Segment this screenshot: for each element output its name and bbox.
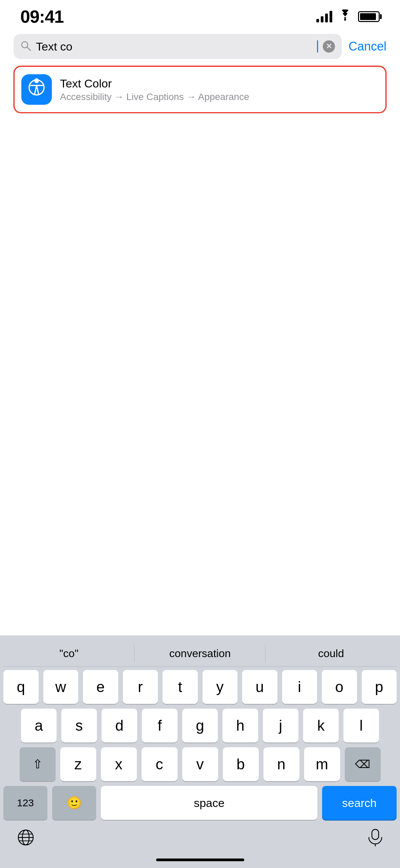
key-a[interactable]: a bbox=[21, 709, 57, 743]
search-input[interactable]: Text co bbox=[36, 40, 312, 53]
svg-point-0 bbox=[344, 19, 346, 21]
result-breadcrumb: Accessibility → Live Captions → Appearan… bbox=[60, 92, 379, 102]
key-c[interactable]: c bbox=[142, 747, 177, 781]
result-title: Text Color bbox=[60, 77, 379, 91]
key-y[interactable]: y bbox=[203, 670, 238, 704]
autocomplete-bar: "co" conversation could bbox=[3, 641, 397, 667]
key-s[interactable]: s bbox=[61, 709, 97, 743]
keyboard-row-3: ⇧ z x c v b n m ⌫ bbox=[3, 747, 397, 781]
key-t[interactable]: t bbox=[163, 670, 198, 704]
space-key[interactable]: space bbox=[101, 786, 317, 820]
key-g[interactable]: g bbox=[182, 709, 218, 743]
key-p[interactable]: p bbox=[362, 670, 397, 704]
main-content bbox=[0, 113, 400, 415]
key-v[interactable]: v bbox=[182, 747, 218, 781]
clear-button[interactable]: ✕ bbox=[323, 40, 335, 53]
clear-icon: ✕ bbox=[326, 43, 332, 50]
accessibility-icon bbox=[26, 77, 47, 102]
search-results: Text Color Accessibility → Live Captions… bbox=[0, 66, 400, 113]
shift-key[interactable]: ⇧ bbox=[20, 747, 56, 781]
globe-icon[interactable] bbox=[17, 829, 35, 850]
home-indicator bbox=[3, 855, 397, 868]
key-l[interactable]: l bbox=[343, 709, 379, 743]
status-bar: 09:41 bbox=[0, 0, 400, 31]
key-b[interactable]: b bbox=[223, 747, 259, 781]
key-o[interactable]: o bbox=[322, 670, 357, 704]
cancel-button[interactable]: Cancel bbox=[349, 39, 386, 54]
key-k[interactable]: k bbox=[303, 709, 339, 743]
emoji-key[interactable]: 🙂 bbox=[52, 786, 96, 820]
svg-line-6 bbox=[35, 85, 37, 94]
key-f[interactable]: f bbox=[142, 709, 177, 743]
autocomplete-item-1[interactable]: "co" bbox=[3, 641, 134, 666]
key-z[interactable]: z bbox=[60, 747, 96, 781]
autocomplete-item-2[interactable]: conversation bbox=[134, 641, 266, 666]
key-m[interactable]: m bbox=[304, 747, 340, 781]
result-text: Text Color Accessibility → Live Captions… bbox=[60, 77, 379, 103]
keyboard: "co" conversation could q w e r t y u i … bbox=[0, 635, 400, 868]
key-u[interactable]: u bbox=[242, 670, 277, 704]
search-bar-container: Text co ✕ Cancel bbox=[0, 31, 400, 62]
signal-icon bbox=[316, 11, 332, 22]
key-i[interactable]: i bbox=[282, 670, 317, 704]
key-j[interactable]: j bbox=[263, 709, 298, 743]
key-e[interactable]: e bbox=[83, 670, 118, 704]
text-cursor bbox=[317, 40, 318, 53]
autocomplete-item-3[interactable]: could bbox=[266, 641, 397, 666]
battery-icon bbox=[358, 11, 380, 22]
svg-line-7 bbox=[37, 85, 39, 94]
status-icons bbox=[316, 9, 380, 24]
svg-line-2 bbox=[27, 47, 30, 51]
search-key[interactable]: search bbox=[322, 786, 397, 820]
search-bar[interactable]: Text co ✕ bbox=[14, 34, 342, 59]
search-icon bbox=[20, 40, 31, 53]
key-w[interactable]: w bbox=[43, 670, 79, 704]
keyboard-row-2: a s d f g h j k l bbox=[3, 709, 397, 743]
key-r[interactable]: r bbox=[123, 670, 158, 704]
numbers-key[interactable]: 123 bbox=[3, 786, 47, 820]
status-time: 09:41 bbox=[20, 6, 64, 27]
key-h[interactable]: h bbox=[223, 709, 258, 743]
key-x[interactable]: x bbox=[101, 747, 137, 781]
key-q[interactable]: q bbox=[3, 670, 39, 704]
home-bar bbox=[156, 859, 244, 861]
delete-key[interactable]: ⌫ bbox=[345, 747, 381, 781]
keyboard-row-1: q w e r t y u i o p bbox=[3, 670, 397, 704]
wifi-icon bbox=[338, 9, 353, 24]
microphone-icon[interactable] bbox=[367, 829, 383, 850]
result-icon bbox=[21, 74, 52, 105]
key-d[interactable]: d bbox=[102, 709, 137, 743]
keyboard-bottom-row: 123 🙂 space search bbox=[3, 786, 397, 820]
key-n[interactable]: n bbox=[264, 747, 299, 781]
result-item[interactable]: Text Color Accessibility → Live Captions… bbox=[14, 66, 386, 113]
utility-row bbox=[3, 825, 397, 855]
svg-rect-13 bbox=[372, 829, 379, 840]
